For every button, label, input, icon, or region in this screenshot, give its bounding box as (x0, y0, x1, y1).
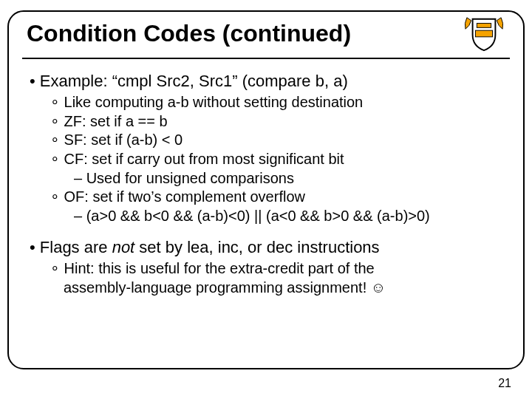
sub-hint-line1: ∘ Hint: this is useful for the extra-cre… (50, 259, 508, 279)
flags-post: set by lea, inc, or dec instructions (134, 238, 379, 256)
subsub-unsigned: – Used for unsigned comparisons (74, 169, 508, 188)
flags-pre: • Flags are (30, 238, 112, 256)
sub-hint-line2: assembly-language programming assignment… (64, 279, 508, 298)
sub-like-computing: ∘ Like computing a-b without setting des… (50, 93, 508, 112)
sub-sf: ∘ SF: set if (a-b) < 0 (50, 131, 508, 150)
slide-border: Condition Codes (continued) • Example: “… (7, 10, 525, 369)
spacer (30, 225, 508, 237)
sub-zf: ∘ ZF: set if a == b (50, 112, 508, 132)
slide-title: Condition Codes (continued) (27, 16, 351, 47)
flags-not: not (112, 238, 135, 256)
sub-cf: ∘ CF: set if carry out from most signifi… (50, 150, 508, 169)
sub-of: ∘ OF: set if two’s complement overflow (50, 188, 508, 207)
content-area: • Example: “cmpl Src2, Src1” (compare b,… (30, 71, 508, 358)
svg-rect-1 (477, 24, 491, 28)
shield-crest-icon (463, 15, 505, 53)
page-number: 21 (498, 377, 511, 390)
title-row: Condition Codes (continued) (22, 16, 510, 59)
slide: Condition Codes (continued) • Example: “… (0, 0, 532, 399)
bullet-example: • Example: “cmpl Src2, Src1” (compare b,… (30, 71, 508, 92)
svg-rect-0 (475, 30, 492, 37)
subsub-of-expr: – (a>0 && b<0 && (a-b)<0) || (a<0 && b>0… (74, 207, 508, 226)
bullet-flags-not-set: • Flags are not set by lea, inc, or dec … (30, 237, 508, 258)
